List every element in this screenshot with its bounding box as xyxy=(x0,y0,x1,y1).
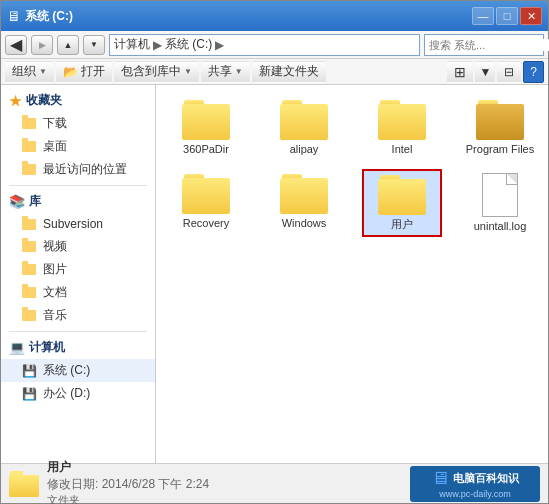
sidebar-item-video[interactable]: 视频 xyxy=(1,235,155,258)
titlebar: 🖥 系统 (C:) — □ ✕ xyxy=(1,1,548,31)
up-button[interactable]: ▲ xyxy=(57,35,79,55)
folder-programfiles-icon xyxy=(476,100,524,140)
back-button[interactable]: ◀ xyxy=(5,35,27,55)
close-button[interactable]: ✕ xyxy=(520,7,542,25)
open-label: 打开 xyxy=(81,63,105,80)
help-button[interactable]: ? xyxy=(523,61,544,83)
main-area: ★ 收藏夹 下载 桌面 xyxy=(1,85,548,463)
divider2 xyxy=(9,331,147,332)
sidebar-item-downloads-label: 下载 xyxy=(43,115,67,132)
statusbar-item-name: 用户 xyxy=(47,459,402,476)
sidebar-item-c-label: 系统 (C:) xyxy=(43,362,90,379)
favorites-header[interactable]: ★ 收藏夹 xyxy=(1,89,155,112)
open-button[interactable]: 📂 打开 xyxy=(56,61,112,83)
new-folder-label: 新建文件夹 xyxy=(259,63,319,80)
folder-windows[interactable]: Windows xyxy=(264,169,344,237)
sidebar-item-pictures-label: 图片 xyxy=(43,261,67,278)
share-arrow: ▼ xyxy=(235,67,243,76)
sidebar-item-music-label: 音乐 xyxy=(43,307,67,324)
statusbar-folder-body xyxy=(9,475,39,497)
details-pane-button[interactable]: ⊟ xyxy=(497,61,521,83)
folder-360padir-icon xyxy=(182,100,230,140)
search-input[interactable] xyxy=(429,39,549,51)
sidebar-item-music[interactable]: 音乐 xyxy=(1,304,155,327)
sidebar-item-downloads[interactable]: 下载 xyxy=(1,112,155,135)
include-library-button[interactable]: 包含到库中 ▼ xyxy=(114,61,199,83)
folder-alipay-label: alipay xyxy=(290,143,319,156)
sidebar-item-subversion[interactable]: Subversion xyxy=(1,213,155,235)
favorites-label: 收藏夹 xyxy=(26,92,62,109)
folder-intel[interactable]: Intel xyxy=(362,95,442,161)
d-drive-icon: 💾 xyxy=(21,386,37,402)
statusbar-item-type: 文件夹 xyxy=(47,493,402,504)
sidebar-item-recent[interactable]: 最近访问的位置 xyxy=(1,158,155,181)
library-label: 库 xyxy=(29,193,41,210)
file-uninstall-icon xyxy=(482,173,518,217)
views-arrow: ▼ xyxy=(479,65,491,79)
file-uninstall[interactable]: unintall.log xyxy=(460,169,540,237)
toolbar: 组织 ▼ 📂 打开 包含到库中 ▼ 共享 ▼ 新建文件夹 ⊞ ▼ ⊟ ? xyxy=(1,59,548,85)
sidebar-item-pictures[interactable]: 图片 xyxy=(1,258,155,281)
sidebar-item-c-drive[interactable]: 💾 系统 (C:) xyxy=(1,359,155,382)
content-area: 360PaDir alipay xyxy=(156,85,548,463)
sidebar-item-documents-label: 文档 xyxy=(43,284,67,301)
open-icon: 📂 xyxy=(63,65,78,79)
folder-users[interactable]: 用户 xyxy=(362,169,442,237)
recent-button[interactable]: ▼ xyxy=(83,35,105,55)
subversion-icon xyxy=(21,216,37,232)
organize-arrow: ▼ xyxy=(39,67,47,76)
statusbar-info: 用户 修改日期: 2014/6/28 下午 2:24 文件夹 xyxy=(47,459,402,504)
library-header[interactable]: 📚 库 xyxy=(1,190,155,213)
minimize-button[interactable]: — xyxy=(472,7,494,25)
monitor-icon: 🖥 xyxy=(431,468,449,489)
folder-intel-icon xyxy=(378,100,426,140)
sidebar: ★ 收藏夹 下载 桌面 xyxy=(1,85,156,463)
watermark-row: 🖥 电脑百科知识 xyxy=(431,468,519,489)
file-uninstall-text xyxy=(498,193,502,197)
share-label: 共享 xyxy=(208,63,232,80)
maximize-button[interactable]: □ xyxy=(496,7,518,25)
watermark-url: www.pc-daily.com xyxy=(439,489,510,499)
statusbar: 用户 修改日期: 2014/6/28 下午 2:24 文件夹 🖥 电脑百科知识 … xyxy=(1,463,548,503)
desktop-folder-icon xyxy=(21,139,37,155)
addressbar: ◀ ▶ ▲ ▼ 计算机 ▶ 系统 (C:) ▶ 🔍 xyxy=(1,31,548,59)
folder-programfiles[interactable]: Program Files xyxy=(460,95,540,161)
recent-folder-icon xyxy=(21,162,37,178)
statusbar-folder-icon xyxy=(9,471,39,497)
computer-section: 💻 计算机 💾 系统 (C:) 💾 办公 (D:) xyxy=(1,336,155,405)
views-dropdown[interactable]: ▼ xyxy=(475,61,495,83)
include-label: 包含到库中 xyxy=(121,63,181,80)
sidebar-item-desktop[interactable]: 桌面 xyxy=(1,135,155,158)
music-icon xyxy=(21,308,37,324)
folder-recovery-icon xyxy=(182,174,230,214)
address-breadcrumb[interactable]: 计算机 ▶ 系统 (C:) ▶ xyxy=(109,34,420,56)
organize-button[interactable]: 组织 ▼ xyxy=(5,61,54,83)
titlebar-left: 🖥 系统 (C:) xyxy=(7,8,73,25)
folder-360padir-label: 360PaDir xyxy=(183,143,229,156)
library-section: 📚 库 Subversion 视频 图片 文档 xyxy=(1,190,155,327)
star-icon: ★ xyxy=(9,93,22,109)
favorites-section: ★ 收藏夹 下载 桌面 xyxy=(1,89,155,181)
folder-alipay[interactable]: alipay xyxy=(264,95,344,161)
folder-360padir[interactable]: 360PaDir xyxy=(166,95,246,161)
views-button[interactable]: ⊞ xyxy=(447,61,473,83)
new-folder-button[interactable]: 新建文件夹 xyxy=(252,61,326,83)
divider1 xyxy=(9,185,147,186)
folder-users-label: 用户 xyxy=(391,218,413,231)
titlebar-controls: — □ ✕ xyxy=(472,7,542,25)
breadcrumb-computer: 计算机 xyxy=(114,36,150,53)
search-box[interactable]: 🔍 xyxy=(424,34,544,56)
folder-windows-label: Windows xyxy=(282,217,327,230)
sidebar-item-d-drive[interactable]: 💾 办公 (D:) xyxy=(1,382,155,405)
folder-recovery[interactable]: Recovery xyxy=(166,169,246,237)
watermark: 🖥 电脑百科知识 www.pc-daily.com xyxy=(410,466,540,502)
breadcrumb-drive: 系统 (C:) xyxy=(165,36,212,53)
forward-button[interactable]: ▶ xyxy=(31,35,53,55)
folder-programfiles-label: Program Files xyxy=(466,143,534,156)
sidebar-item-desktop-label: 桌面 xyxy=(43,138,67,155)
share-button[interactable]: 共享 ▼ xyxy=(201,61,250,83)
sidebar-item-d-label: 办公 (D:) xyxy=(43,385,90,402)
library-icon: 📚 xyxy=(9,194,25,209)
sidebar-item-documents[interactable]: 文档 xyxy=(1,281,155,304)
computer-header[interactable]: 💻 计算机 xyxy=(1,336,155,359)
